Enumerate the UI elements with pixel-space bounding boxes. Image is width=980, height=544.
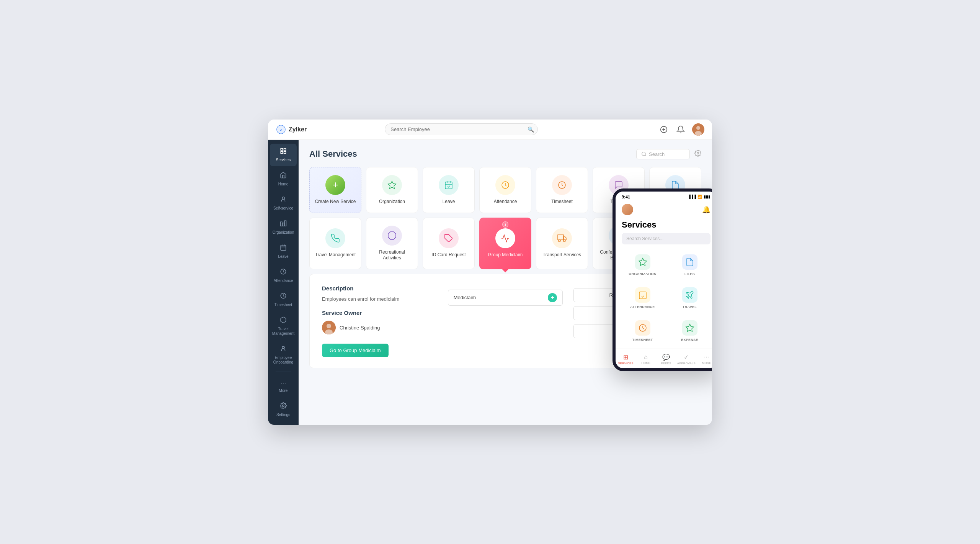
mobile-tab-more[interactable]: ··· MORE bbox=[696, 352, 712, 367]
idcard-card-icon bbox=[439, 228, 459, 248]
mobile-service-files[interactable]: FILES bbox=[666, 249, 712, 281]
sidebar-item-onboarding-label: Employee Onboarding bbox=[273, 356, 294, 365]
sidebar-item-settings[interactable]: Settings bbox=[270, 398, 297, 421]
recreational-card-icon bbox=[382, 226, 402, 246]
idcard-label: ID Card Request bbox=[431, 252, 466, 258]
mobile-home-tab-label: HOME bbox=[641, 361, 650, 365]
sidebar-divider bbox=[276, 372, 291, 372]
main-search[interactable]: Search bbox=[636, 149, 690, 159]
add-tag-button[interactable]: + bbox=[548, 293, 557, 302]
svg-point-39 bbox=[564, 240, 565, 242]
timesheet-label: Timesheet bbox=[551, 199, 573, 205]
service-card-leave[interactable]: Leave bbox=[423, 167, 475, 213]
settings-gear-icon[interactable] bbox=[694, 150, 701, 158]
mobile-service-timesheet[interactable]: TIMESHEET bbox=[619, 315, 666, 347]
service-card-transport[interactable]: Transport Services bbox=[536, 218, 588, 269]
mobile-service-attendance[interactable]: ATTENDANCE bbox=[619, 282, 666, 314]
service-card-timesheet[interactable]: Timesheet bbox=[536, 167, 588, 213]
battery-icon: ▮▮▮ bbox=[704, 195, 710, 199]
sidebar-item-more[interactable]: ··· More bbox=[270, 375, 297, 397]
mobile-service-travel[interactable]: TRAVEL bbox=[666, 282, 712, 314]
service-card-mediclaim[interactable]: ℹ Group Mediclaim bbox=[479, 218, 531, 269]
service-card-idcard[interactable]: ID Card Request bbox=[423, 218, 475, 269]
mobile-status-bar: 9:41 ▐▐▐ 📶 ▮▮▮ bbox=[616, 192, 712, 201]
svg-marker-27 bbox=[388, 181, 396, 188]
sidebar-item-home-label: Home bbox=[278, 182, 289, 187]
service-card-create-new[interactable]: + Create New Service bbox=[309, 167, 361, 213]
logo: Z Zylker bbox=[276, 124, 322, 135]
svg-rect-13 bbox=[281, 222, 283, 226]
sidebar-item-home[interactable]: Home bbox=[270, 168, 297, 190]
mobile-time: 9:41 bbox=[622, 195, 630, 199]
svg-point-26 bbox=[697, 152, 699, 154]
mediclaim-card-icon bbox=[495, 228, 515, 248]
sidebar-item-selfservice[interactable]: Self-service bbox=[270, 192, 297, 215]
search-icon bbox=[641, 151, 647, 157]
mobile-feeds-tab-icon: 💬 bbox=[662, 354, 670, 361]
owner-section: Service Owner Christine Spalding bbox=[322, 310, 437, 334]
svg-rect-48 bbox=[639, 292, 646, 299]
organization-card-icon bbox=[382, 175, 402, 195]
svg-rect-28 bbox=[445, 182, 452, 189]
mobile-tab-approvals[interactable]: ✓ APPROVALS bbox=[676, 352, 696, 367]
attendance-icon bbox=[280, 268, 287, 277]
sidebar-item-leave[interactable]: Leave bbox=[270, 240, 297, 263]
service-card-travel[interactable]: Travel Management bbox=[309, 218, 361, 269]
svg-rect-36 bbox=[558, 235, 564, 240]
mobile-files-label: FILES bbox=[684, 272, 695, 276]
logo-text: Zylker bbox=[289, 126, 307, 133]
sidebar-item-organization[interactable]: Organization bbox=[270, 216, 297, 239]
sidebar-item-timesheet[interactable]: Timesheet bbox=[270, 288, 297, 311]
go-to-mediclaim-button[interactable]: Go to Group Mediclaim bbox=[322, 344, 389, 357]
organization-icon bbox=[280, 220, 287, 229]
mobile-search[interactable]: Search Services... bbox=[622, 233, 710, 244]
service-card-recreational[interactable]: Recreational Activities bbox=[366, 218, 418, 269]
timesheet-icon bbox=[280, 292, 287, 301]
employee-search-input[interactable] bbox=[385, 123, 538, 135]
travel-icon bbox=[280, 316, 287, 325]
organization-label: Organization bbox=[379, 199, 405, 205]
mobile-service-expense[interactable]: EXPENSE bbox=[666, 315, 712, 347]
mobile-page-title: Services bbox=[616, 220, 712, 233]
service-card-organization[interactable]: Organization bbox=[366, 167, 418, 213]
svg-marker-34 bbox=[388, 232, 396, 239]
mobile-files-icon bbox=[682, 254, 697, 270]
mobile-bell-icon[interactable]: 🔔 bbox=[702, 205, 710, 214]
sidebar-item-attendance[interactable]: Attendance bbox=[270, 264, 297, 287]
mobile-tab-home[interactable]: ⌂ HOME bbox=[636, 352, 656, 367]
search-placeholder: Search bbox=[649, 151, 665, 157]
mobile-search-placeholder: Search Services... bbox=[626, 236, 663, 241]
search-icon: 🔍 bbox=[528, 126, 534, 133]
mobile-avatar[interactable] bbox=[622, 204, 633, 215]
svg-point-38 bbox=[559, 240, 560, 242]
service-card-attendance[interactable]: Attendance bbox=[479, 167, 531, 213]
sidebar: Services Home Self-service bbox=[268, 140, 299, 425]
svg-point-12 bbox=[282, 197, 284, 199]
svg-point-24 bbox=[642, 152, 645, 156]
svg-point-23 bbox=[283, 405, 284, 406]
sidebar-item-selfservice-label: Self-service bbox=[273, 206, 293, 211]
add-icon[interactable] bbox=[658, 124, 669, 135]
user-avatar[interactable] bbox=[692, 123, 704, 136]
page-header: All Services Search bbox=[309, 149, 701, 159]
mobile-service-organization[interactable]: ORGANIZATION bbox=[619, 249, 666, 281]
tags-section: Mediclaim + bbox=[448, 285, 563, 357]
sidebar-item-services[interactable]: Services bbox=[270, 144, 297, 166]
notification-icon[interactable] bbox=[675, 124, 686, 135]
svg-rect-9 bbox=[284, 148, 286, 150]
sidebar-item-organization-label: Organization bbox=[273, 230, 294, 235]
sidebar-item-services-label: Services bbox=[276, 158, 291, 162]
mobile-tab-feeds[interactable]: 💬 FEEDS bbox=[656, 352, 676, 367]
create-new-icon: + bbox=[325, 175, 345, 195]
sidebar-item-employee-onboarding[interactable]: Employee Onboarding bbox=[270, 341, 297, 369]
mobile-services-tab-label: SERVICES bbox=[618, 362, 633, 365]
sidebar-item-attendance-label: Attendance bbox=[274, 279, 293, 283]
travel-label: Travel Management bbox=[315, 252, 356, 258]
mobile-expense-icon bbox=[682, 320, 697, 336]
page-title: All Services bbox=[309, 149, 357, 159]
sidebar-item-travel[interactable]: Travel Management bbox=[270, 313, 297, 340]
svg-point-22 bbox=[282, 346, 284, 349]
mobile-tab-services[interactable]: ⊞ SERVICES bbox=[616, 352, 636, 367]
mobile-approvals-tab-label: APPROVALS bbox=[677, 362, 696, 365]
svg-rect-15 bbox=[284, 221, 286, 226]
